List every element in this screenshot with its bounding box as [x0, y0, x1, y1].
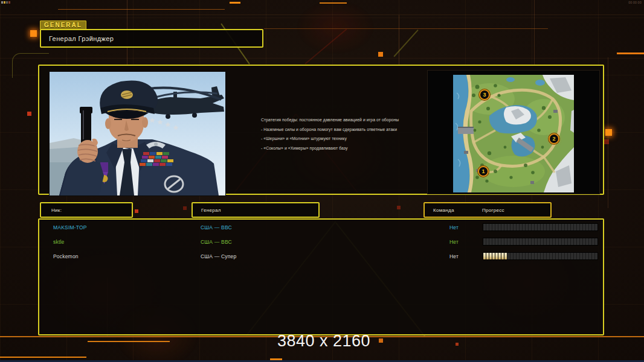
progress-segment — [562, 253, 564, 259]
progress-segment — [544, 224, 546, 230]
progress-segment — [562, 224, 564, 230]
progress-segment — [559, 253, 561, 259]
progress-segment — [483, 238, 486, 245]
progress-segment — [535, 253, 537, 259]
progress-segment — [529, 224, 531, 230]
progress-segment — [553, 253, 555, 259]
player-row[interactable]: MAKSIM-TOP США — ВВС Нет — [39, 222, 603, 233]
progress-segment — [489, 224, 492, 230]
progress-segment — [556, 253, 558, 259]
progress-segment — [538, 253, 540, 259]
progress-segment — [565, 224, 567, 230]
progress-segment — [577, 224, 579, 230]
column-header-team-progress: Команда Прогресс — [423, 202, 552, 218]
resolution-label: 3840 x 2160 — [277, 332, 370, 351]
progress-segment — [541, 224, 543, 230]
progress-segment — [547, 238, 549, 245]
progress-segment — [541, 238, 543, 245]
progress-segment — [592, 238, 594, 245]
progress-segment — [574, 238, 576, 245]
progress-segment — [568, 238, 570, 245]
progress-segment — [489, 253, 492, 259]
player-nick: MAKSIM-TOP — [53, 224, 87, 230]
progress-segment — [583, 238, 585, 245]
progress-segment — [592, 253, 594, 259]
general-portrait — [50, 72, 225, 195]
progress-segment — [495, 224, 498, 230]
progress-segment — [504, 224, 507, 230]
progress-segment — [489, 238, 492, 245]
progress-segment — [498, 238, 501, 245]
player-general: США — ВВС — [201, 224, 232, 230]
player-team: Нет — [449, 253, 459, 259]
progress-segment — [532, 224, 534, 230]
general-portrait-art — [50, 72, 225, 195]
strategy-briefing: Стратегия победы: постоянное давление ав… — [261, 115, 423, 153]
progress-segment — [586, 253, 588, 259]
progress-segment — [553, 238, 555, 245]
player-team: Нет — [449, 224, 459, 230]
map-preview[interactable]: 321 — [453, 75, 574, 192]
progress-segment — [517, 238, 519, 245]
progress-segment — [504, 253, 507, 259]
progress-segment — [574, 224, 576, 230]
progress-segment — [523, 224, 525, 230]
info-panel: Стратегия победы: постоянное давление ав… — [38, 65, 604, 195]
progress-segment — [586, 238, 588, 245]
progress-segment — [580, 253, 582, 259]
progress-segment — [526, 238, 528, 245]
progress-segment — [535, 224, 537, 230]
briefing-line: - Наземные силы и оборона помогут вам сд… — [261, 125, 423, 135]
recorder-timer: 00:00:00 — [628, 1, 642, 4]
progress-segment — [550, 253, 552, 259]
progress-segment — [595, 224, 597, 230]
progress-segment — [492, 238, 495, 245]
progress-segment — [544, 253, 546, 259]
progress-segment — [550, 238, 552, 245]
progress-segment — [574, 253, 576, 259]
progress-segment — [532, 253, 534, 259]
progress-segment — [510, 238, 513, 245]
progress-segment — [529, 238, 531, 245]
progress-segment — [501, 253, 504, 259]
progress-bar — [483, 238, 598, 246]
progress-segment — [520, 224, 522, 230]
progress-segment — [535, 238, 537, 245]
progress-segment — [526, 224, 528, 230]
progress-segment — [571, 253, 573, 259]
player-row[interactable]: Pockemon США — Супер Нет — [39, 251, 603, 262]
column-header-general-label: Генерал — [193, 208, 221, 213]
progress-segment — [541, 253, 543, 259]
general-name-box[interactable]: Генерал Грэйнджер — [40, 29, 263, 48]
progress-segment — [492, 224, 495, 230]
player-list-panel: MAKSIM-TOP США — ВВС Нет sktle США — ВВС… — [38, 218, 604, 335]
briefing-line: - «Шершни» и «Молнии» штурмуют технику — [261, 134, 423, 144]
progress-segment — [517, 253, 519, 259]
progress-segment — [538, 238, 540, 245]
player-nick: sktle — [53, 239, 64, 245]
map-spawn-marker: 3 — [479, 89, 490, 100]
progress-segment — [559, 238, 561, 245]
column-header-team-label: Команда — [425, 208, 454, 213]
player-row[interactable]: sktle США — ВВС Нет — [39, 237, 603, 247]
progress-segment — [501, 224, 504, 230]
progress-segment — [553, 224, 555, 230]
progress-segment — [589, 238, 591, 245]
progress-segment — [507, 238, 510, 245]
progress-segment — [495, 238, 498, 245]
general-tab-label: GENERAL — [40, 21, 86, 30]
progress-segment — [514, 224, 516, 230]
column-header-nick: Ник: — [40, 202, 133, 218]
progress-segment — [595, 253, 597, 259]
progress-bar — [483, 252, 598, 260]
progress-segment — [520, 253, 522, 259]
progress-segment — [544, 238, 546, 245]
column-header-general: Генерал — [192, 202, 320, 218]
progress-segment — [568, 224, 570, 230]
progress-segment — [568, 253, 570, 259]
progress-bar — [483, 223, 598, 231]
progress-segment — [507, 253, 510, 259]
progress-segment — [583, 253, 585, 259]
progress-segment — [486, 253, 489, 259]
progress-segment — [510, 253, 513, 259]
